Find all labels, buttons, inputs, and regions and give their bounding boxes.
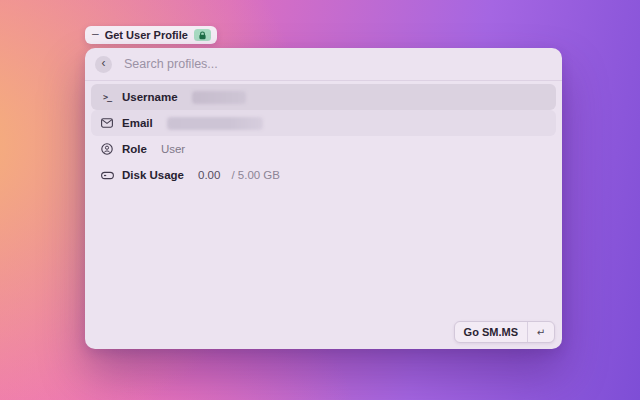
redacted-username-value	[192, 91, 246, 104]
list-item-email[interactable]: Email	[91, 110, 556, 136]
disk-usage-value: 0.00	[198, 169, 220, 181]
chevron-left-icon: ‹	[102, 57, 106, 69]
dash-icon: –	[92, 28, 99, 40]
app-window: ‹ >_ Username Email	[85, 48, 562, 349]
list-item-role[interactable]: Role User	[91, 136, 556, 162]
list-item-username[interactable]: >_ Username	[91, 84, 556, 110]
profile-detail-list: >_ Username Email	[85, 81, 562, 188]
hard-drive-icon	[100, 171, 114, 180]
user-circle-icon	[100, 143, 114, 155]
primary-action-label: Go SM.MS	[455, 326, 527, 338]
search-bar: ‹	[85, 48, 562, 80]
command-pill[interactable]: – Get User Profile	[85, 26, 217, 44]
lock-badge	[194, 29, 211, 41]
action-bar: Go SM.MS ↵	[454, 321, 555, 343]
back-button[interactable]: ‹	[95, 56, 112, 73]
redacted-email-value	[167, 117, 263, 130]
lock-icon	[198, 31, 207, 40]
row-label: Username	[122, 91, 178, 103]
desktop-background: – Get User Profile ‹ >_ Username	[0, 0, 640, 400]
list-item-disk-usage[interactable]: Disk Usage 0.00 / 5.00 GB	[91, 162, 556, 188]
row-label: Role	[122, 143, 147, 155]
row-label: Email	[122, 117, 153, 129]
terminal-glyph: >_	[103, 92, 111, 102]
search-input[interactable]	[122, 56, 552, 72]
terminal-prompt-icon: >_	[100, 92, 114, 102]
envelope-icon	[100, 118, 114, 128]
command-title: Get User Profile	[105, 29, 188, 41]
row-label: Disk Usage	[122, 169, 184, 181]
disk-usage-quota: / 5.00 GB	[231, 169, 280, 181]
role-value: User	[161, 143, 185, 155]
enter-key-icon: ↵	[528, 327, 554, 338]
primary-action-button[interactable]: Go SM.MS ↵	[454, 321, 555, 343]
